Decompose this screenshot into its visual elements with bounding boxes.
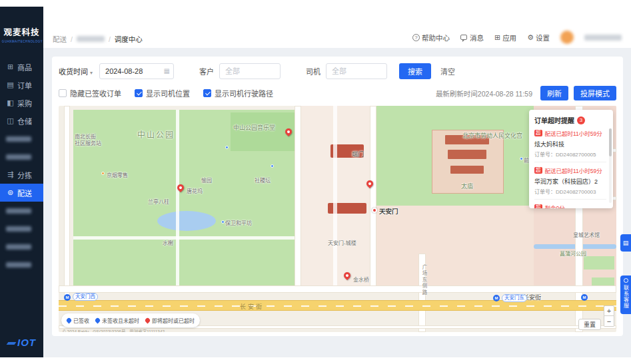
timeout-order-item[interactable]: 超配送已超时11小时59分 炫大妈科技 订单号：DD24082700005	[534, 125, 606, 162]
receive-time-label: 收货时间	[59, 68, 88, 76]
contact-service-tab[interactable]: 联系客服	[620, 275, 631, 314]
order-icon	[6, 81, 15, 89]
redacted-label	[6, 154, 31, 160]
breadcrumb-item-redacted[interactable]	[77, 36, 105, 42]
tiananmen-marker[interactable]	[372, 208, 377, 213]
blocks-south-culture-palace	[376, 206, 534, 287]
app-window: 观麦科技 GUANMAITECHNOLOGY 商品 订单 采购 仓储 分拣 配送…	[0, 7, 631, 357]
logo-subtitle: GUANMAITECHNOLOGY	[2, 39, 42, 43]
metro-icon[interactable]	[493, 295, 500, 301]
map-label-tiananmen-tower: 天安门-城楼	[328, 239, 356, 246]
overdue-status: 配送已超时11小时59分	[545, 129, 602, 137]
sidebar-item-delivery[interactable]: 配送	[0, 184, 43, 202]
legend-signed: 已签收	[67, 317, 89, 324]
metro-icon[interactable]	[581, 294, 588, 301]
sidebar-item-label: 商品	[17, 62, 32, 73]
logo-text: 观麦科技	[0, 25, 43, 38]
map-label-music-hall: 中山公园音乐堂	[233, 123, 275, 132]
driver-input[interactable]	[326, 63, 387, 79]
park-path	[73, 236, 295, 240]
map-label-park: 中山公园	[137, 128, 175, 140]
chevron-down-icon	[88, 68, 93, 76]
scrollbar-thumb[interactable]	[609, 128, 612, 156]
road-park-east	[295, 106, 301, 287]
timeout-order-item[interactable]: 超配送已超时11小时59分 华润万家（科技园店）2 订单号：DD24082700…	[534, 162, 606, 200]
blue-pin-icon	[66, 317, 73, 324]
map-label-peace-arch: 保卫和平坊	[225, 219, 252, 226]
message-icon	[460, 35, 467, 40]
breadcrumb: 配送 调度中心	[53, 34, 143, 44]
delivery-icon	[6, 188, 15, 197]
projection-mode-button[interactable]: 投屏模式	[574, 86, 616, 100]
filter-row: 收货时间 客户 司机 搜索 清空	[59, 63, 616, 79]
topbar-actions: 帮助中心 消息 应用 设置	[412, 31, 622, 44]
clear-button[interactable]: 清空	[440, 66, 455, 77]
show-route-checkbox[interactable]	[203, 89, 211, 97]
driver-label: 司机	[306, 66, 320, 77]
calendar-icon	[164, 67, 170, 75]
poi-dot	[221, 220, 225, 224]
map-canvas[interactable]: 中山公园 中山公园音乐堂 北京市劳动人民文化宫 端门 天安门 天安门-城楼 保卫…	[59, 106, 616, 332]
content-area: 收货时间 客户 司机 搜索 清空 隐藏已签收订单	[43, 48, 631, 357]
redacted-label	[6, 226, 31, 232]
date-input[interactable]	[99, 63, 174, 79]
map-reset-button[interactable]: 重置	[578, 319, 601, 330]
map-label-shejitan: 社稷坛	[255, 176, 271, 184]
sidebar-item-redacted[interactable]	[0, 148, 43, 166]
tasks-float-tab[interactable]	[620, 234, 631, 252]
sidebar-item-redacted[interactable]	[0, 130, 43, 148]
search-button[interactable]: 搜索	[399, 63, 431, 79]
sidebar-item-redacted[interactable]	[0, 220, 43, 238]
settings-label: 设置	[536, 33, 550, 43]
gear-icon	[527, 33, 534, 42]
sidebar-item-goods[interactable]: 商品	[0, 58, 43, 76]
map-label-tiananmen: 天安门	[379, 206, 398, 216]
customer-input[interactable]	[219, 63, 281, 79]
option-row: 隐藏已签收订单 显示司机位置 显示司机行驶路径 最新刷新时间2024-08-28…	[59, 87, 616, 99]
sidebar-item-redacted[interactable]	[0, 256, 43, 273]
redacted-label	[6, 244, 31, 250]
poi-dot	[271, 164, 274, 168]
zoom-in-button[interactable]: +	[604, 305, 614, 316]
breadcrumb-separator	[71, 35, 73, 43]
user-avatar[interactable]	[560, 31, 574, 44]
sidebar: 观麦科技 GUANMAITECHNOLOGY 商品 订单 采购 仓储 分拣 配送…	[0, 7, 43, 357]
breadcrumb-separator	[109, 35, 111, 43]
sidebar-item-label: 配送	[17, 188, 32, 198]
road-changan-avenue	[59, 300, 616, 311]
apps-button[interactable]: 应用	[494, 33, 516, 43]
metro-label-east: 天安门东	[502, 294, 527, 302]
receive-time-select[interactable]: 收货时间	[59, 66, 93, 77]
settings-button[interactable]: 设置	[527, 33, 550, 43]
map-label-culture-palace: 北京市劳动人民文化宫	[462, 131, 522, 140]
temple-hall	[450, 166, 484, 174]
sidebar-item-orders[interactable]: 订单	[0, 76, 43, 94]
panel-scrollbar[interactable]	[609, 128, 612, 203]
metro-icon[interactable]	[64, 294, 71, 301]
refresh-button[interactable]: 刷新	[540, 86, 568, 100]
sidebar-item-label: 采购	[17, 98, 32, 108]
show-driver-checkbox[interactable]	[135, 89, 143, 97]
timeout-panel-title: 订单超时提醒	[534, 115, 574, 125]
sidebar-item-purchase[interactable]: 采购	[0, 94, 43, 112]
help-center-button[interactable]: 帮助中心	[412, 33, 450, 43]
goods-icon	[6, 63, 15, 71]
sidebar-item-label: 仓储	[17, 116, 32, 126]
map-label-lanting: 兰亭八柱	[148, 198, 169, 205]
blue-pin-icon	[95, 317, 101, 324]
sidebar-item-storage[interactable]: 仓储	[0, 112, 43, 130]
sidebar-item-redacted[interactable]	[0, 202, 43, 220]
timeout-order-item[interactable]: 超剩余0分 华润万家（科技园店）2	[534, 200, 606, 208]
timeout-panel-header: 订单超时提醒 3	[534, 115, 606, 125]
hide-signed-checkbox[interactable]	[59, 89, 67, 97]
map-label-art-museum: 皇城艺术馆	[573, 231, 600, 238]
breadcrumb-item[interactable]: 配送	[53, 34, 67, 44]
messages-button[interactable]: 消息	[460, 33, 484, 43]
sidebar-item-redacted[interactable]	[0, 238, 43, 256]
green-patch	[584, 256, 614, 270]
red-pin-icon	[145, 317, 151, 324]
logo: 观麦科技 GUANMAITECHNOLOGY	[0, 25, 43, 43]
zoom-out-button[interactable]: −	[604, 316, 614, 327]
sidebar-item-sorting[interactable]: 分拣	[0, 166, 43, 184]
order-number: 订单号：DD24082700005	[534, 150, 606, 158]
